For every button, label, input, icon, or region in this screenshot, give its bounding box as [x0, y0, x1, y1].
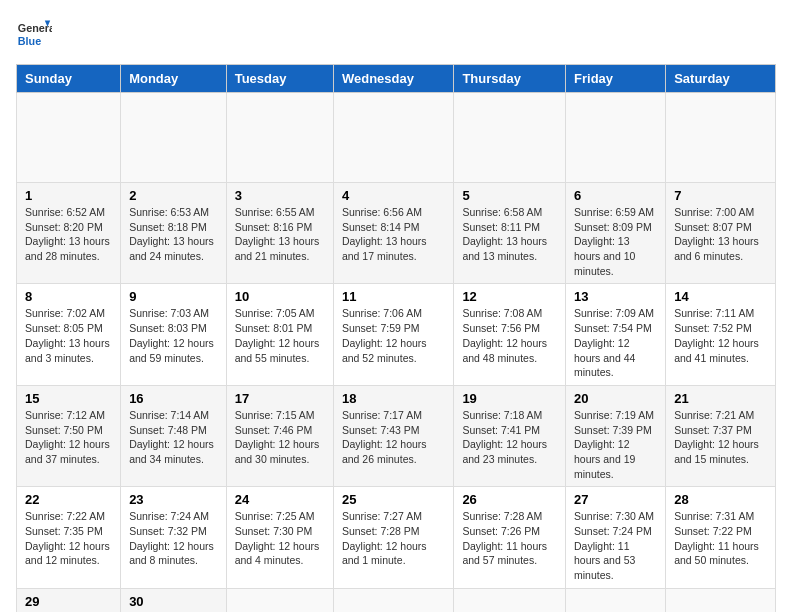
calendar-cell: 30 Sunrise: 7:34 AM Sunset: 7:17 PM Dayl…: [121, 588, 227, 612]
day-number: 7: [674, 188, 767, 203]
calendar-cell: 3 Sunrise: 6:55 AM Sunset: 8:16 PM Dayli…: [226, 183, 333, 284]
day-info: Sunrise: 7:00 AM Sunset: 8:07 PM Dayligh…: [674, 205, 767, 264]
calendar-cell: 25 Sunrise: 7:27 AM Sunset: 7:28 PM Dayl…: [333, 487, 453, 588]
day-number: 19: [462, 391, 557, 406]
calendar-cell: 26 Sunrise: 7:28 AM Sunset: 7:26 PM Dayl…: [454, 487, 566, 588]
calendar-cell: 5 Sunrise: 6:58 AM Sunset: 8:11 PM Dayli…: [454, 183, 566, 284]
day-number: 20: [574, 391, 657, 406]
day-number: 12: [462, 289, 557, 304]
day-number: 15: [25, 391, 112, 406]
day-number: 26: [462, 492, 557, 507]
calendar-cell: [566, 588, 666, 612]
day-number: 25: [342, 492, 445, 507]
day-info: Sunrise: 7:25 AM Sunset: 7:30 PM Dayligh…: [235, 509, 325, 568]
day-number: 28: [674, 492, 767, 507]
calendar-cell: 22 Sunrise: 7:22 AM Sunset: 7:35 PM Dayl…: [17, 487, 121, 588]
day-header-wednesday: Wednesday: [333, 65, 453, 93]
day-number: 9: [129, 289, 218, 304]
day-info: Sunrise: 7:22 AM Sunset: 7:35 PM Dayligh…: [25, 509, 112, 568]
calendar-cell: 1 Sunrise: 6:52 AM Sunset: 8:20 PM Dayli…: [17, 183, 121, 284]
calendar-cell: 20 Sunrise: 7:19 AM Sunset: 7:39 PM Dayl…: [566, 385, 666, 486]
day-number: 21: [674, 391, 767, 406]
day-info: Sunrise: 7:31 AM Sunset: 7:22 PM Dayligh…: [674, 509, 767, 568]
day-number: 4: [342, 188, 445, 203]
days-header-row: SundayMondayTuesdayWednesdayThursdayFrid…: [17, 65, 776, 93]
day-number: 6: [574, 188, 657, 203]
calendar-cell: 21 Sunrise: 7:21 AM Sunset: 7:37 PM Dayl…: [666, 385, 776, 486]
day-info: Sunrise: 7:30 AM Sunset: 7:24 PM Dayligh…: [574, 509, 657, 582]
calendar-cell: 6 Sunrise: 6:59 AM Sunset: 8:09 PM Dayli…: [566, 183, 666, 284]
day-info: Sunrise: 7:06 AM Sunset: 7:59 PM Dayligh…: [342, 306, 445, 365]
day-header-friday: Friday: [566, 65, 666, 93]
calendar-cell: [226, 93, 333, 183]
day-info: Sunrise: 7:24 AM Sunset: 7:32 PM Dayligh…: [129, 509, 218, 568]
day-info: Sunrise: 7:17 AM Sunset: 7:43 PM Dayligh…: [342, 408, 445, 467]
calendar-cell: 16 Sunrise: 7:14 AM Sunset: 7:48 PM Dayl…: [121, 385, 227, 486]
calendar-cell: 9 Sunrise: 7:03 AM Sunset: 8:03 PM Dayli…: [121, 284, 227, 385]
day-info: Sunrise: 6:58 AM Sunset: 8:11 PM Dayligh…: [462, 205, 557, 264]
day-number: 5: [462, 188, 557, 203]
day-info: Sunrise: 7:12 AM Sunset: 7:50 PM Dayligh…: [25, 408, 112, 467]
svg-text:Blue: Blue: [18, 35, 41, 47]
calendar-cell: 10 Sunrise: 7:05 AM Sunset: 8:01 PM Dayl…: [226, 284, 333, 385]
calendar-cell: [454, 588, 566, 612]
week-row-5: 22 Sunrise: 7:22 AM Sunset: 7:35 PM Dayl…: [17, 487, 776, 588]
day-number: 10: [235, 289, 325, 304]
calendar-table: SundayMondayTuesdayWednesdayThursdayFrid…: [16, 64, 776, 612]
day-info: Sunrise: 7:15 AM Sunset: 7:46 PM Dayligh…: [235, 408, 325, 467]
day-number: 22: [25, 492, 112, 507]
calendar-cell: 29 Sunrise: 7:33 AM Sunset: 7:19 PM Dayl…: [17, 588, 121, 612]
day-info: Sunrise: 7:14 AM Sunset: 7:48 PM Dayligh…: [129, 408, 218, 467]
day-info: Sunrise: 6:52 AM Sunset: 8:20 PM Dayligh…: [25, 205, 112, 264]
calendar-cell: 12 Sunrise: 7:08 AM Sunset: 7:56 PM Dayl…: [454, 284, 566, 385]
calendar-cell: 14 Sunrise: 7:11 AM Sunset: 7:52 PM Dayl…: [666, 284, 776, 385]
day-info: Sunrise: 7:21 AM Sunset: 7:37 PM Dayligh…: [674, 408, 767, 467]
day-info: Sunrise: 7:09 AM Sunset: 7:54 PM Dayligh…: [574, 306, 657, 379]
calendar-cell: [333, 588, 453, 612]
day-header-tuesday: Tuesday: [226, 65, 333, 93]
day-info: Sunrise: 6:53 AM Sunset: 8:18 PM Dayligh…: [129, 205, 218, 264]
day-info: Sunrise: 6:56 AM Sunset: 8:14 PM Dayligh…: [342, 205, 445, 264]
day-number: 17: [235, 391, 325, 406]
day-number: 29: [25, 594, 112, 609]
calendar-cell: [566, 93, 666, 183]
day-header-sunday: Sunday: [17, 65, 121, 93]
calendar-cell: 27 Sunrise: 7:30 AM Sunset: 7:24 PM Dayl…: [566, 487, 666, 588]
calendar-cell: [454, 93, 566, 183]
day-header-thursday: Thursday: [454, 65, 566, 93]
calendar-cell: 7 Sunrise: 7:00 AM Sunset: 8:07 PM Dayli…: [666, 183, 776, 284]
day-info: Sunrise: 6:59 AM Sunset: 8:09 PM Dayligh…: [574, 205, 657, 278]
day-number: 27: [574, 492, 657, 507]
calendar-cell: [666, 588, 776, 612]
day-info: Sunrise: 7:03 AM Sunset: 8:03 PM Dayligh…: [129, 306, 218, 365]
day-info: Sunrise: 7:18 AM Sunset: 7:41 PM Dayligh…: [462, 408, 557, 467]
day-number: 30: [129, 594, 218, 609]
calendar-cell: [226, 588, 333, 612]
week-row-6: 29 Sunrise: 7:33 AM Sunset: 7:19 PM Dayl…: [17, 588, 776, 612]
logo: General Blue: [16, 16, 56, 52]
calendar-cell: [17, 93, 121, 183]
calendar-cell: [121, 93, 227, 183]
day-number: 23: [129, 492, 218, 507]
day-header-saturday: Saturday: [666, 65, 776, 93]
logo-icon: General Blue: [16, 16, 52, 52]
day-number: 13: [574, 289, 657, 304]
calendar-cell: 11 Sunrise: 7:06 AM Sunset: 7:59 PM Dayl…: [333, 284, 453, 385]
day-info: Sunrise: 7:11 AM Sunset: 7:52 PM Dayligh…: [674, 306, 767, 365]
day-info: Sunrise: 7:05 AM Sunset: 8:01 PM Dayligh…: [235, 306, 325, 365]
day-number: 3: [235, 188, 325, 203]
calendar-cell: 24 Sunrise: 7:25 AM Sunset: 7:30 PM Dayl…: [226, 487, 333, 588]
calendar-cell: 13 Sunrise: 7:09 AM Sunset: 7:54 PM Dayl…: [566, 284, 666, 385]
calendar-cell: 18 Sunrise: 7:17 AM Sunset: 7:43 PM Dayl…: [333, 385, 453, 486]
calendar-cell: 23 Sunrise: 7:24 AM Sunset: 7:32 PM Dayl…: [121, 487, 227, 588]
day-info: Sunrise: 6:55 AM Sunset: 8:16 PM Dayligh…: [235, 205, 325, 264]
day-info: Sunrise: 7:19 AM Sunset: 7:39 PM Dayligh…: [574, 408, 657, 481]
day-number: 11: [342, 289, 445, 304]
day-number: 14: [674, 289, 767, 304]
day-info: Sunrise: 7:02 AM Sunset: 8:05 PM Dayligh…: [25, 306, 112, 365]
day-number: 2: [129, 188, 218, 203]
calendar-cell: [333, 93, 453, 183]
day-number: 24: [235, 492, 325, 507]
week-row-3: 8 Sunrise: 7:02 AM Sunset: 8:05 PM Dayli…: [17, 284, 776, 385]
day-number: 1: [25, 188, 112, 203]
